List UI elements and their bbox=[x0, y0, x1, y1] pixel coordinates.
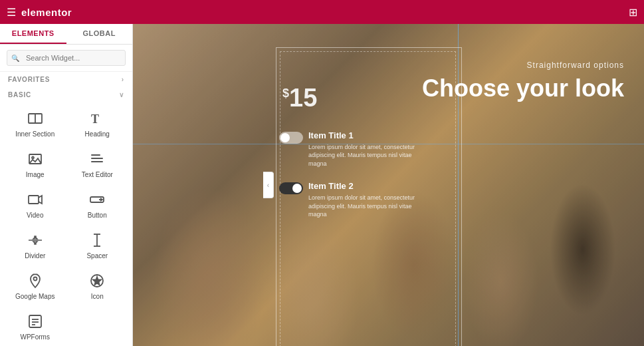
svg-point-4 bbox=[32, 157, 34, 159]
heading-icon: T bbox=[89, 109, 105, 128]
favorites-section-header[interactable]: FAVORITES › bbox=[0, 72, 132, 87]
elementor-logo: elementor bbox=[21, 7, 72, 18]
widget-wpforms[interactable]: WPForms bbox=[4, 305, 66, 346]
google-maps-label: Google Maps bbox=[15, 293, 54, 300]
inner-section-label: Inner Section bbox=[15, 130, 54, 138]
text-editor-label: Text Editor bbox=[82, 171, 113, 178]
widget-google-maps[interactable]: Google Maps bbox=[4, 265, 66, 305]
basic-section-header[interactable]: BASIC ∨ bbox=[0, 87, 132, 102]
svg-marker-19 bbox=[93, 277, 101, 285]
price-currency: $ bbox=[282, 86, 289, 100]
favorites-chevron: › bbox=[122, 76, 124, 83]
widget-button[interactable]: Button bbox=[66, 184, 129, 224]
lorem-text-2: Lorem ipsum dolor sit amet, consectetur … bbox=[308, 194, 428, 219]
hamburger-icon[interactable]: ☰ bbox=[7, 6, 16, 19]
widget-icon[interactable]: Icon bbox=[66, 265, 129, 305]
tab-elements[interactable]: ELEMENTS bbox=[0, 24, 66, 44]
favorites-label: FAVORITES bbox=[8, 76, 50, 83]
spacer-label: Spacer bbox=[86, 252, 108, 260]
button-label: Button bbox=[88, 212, 107, 219]
sidebar-tabs: ELEMENTS GLOBAL bbox=[0, 24, 132, 45]
toggle-knob-1 bbox=[280, 133, 290, 142]
text-editor-icon bbox=[89, 150, 105, 168]
toggle-text-1: Item Title 1 Lorem ipsum dolor sit amet,… bbox=[308, 130, 428, 168]
basic-label: BASIC bbox=[8, 91, 31, 98]
widget-spacer[interactable]: Spacer bbox=[66, 224, 129, 265]
svg-rect-5 bbox=[91, 154, 100, 156]
svg-marker-12 bbox=[33, 236, 37, 239]
button-icon bbox=[89, 190, 105, 209]
canvas-area[interactable]: Straightforward options Choose your look… bbox=[133, 24, 644, 346]
widget-video[interactable]: Video bbox=[4, 184, 66, 224]
toggle-knob-2 bbox=[292, 184, 302, 193]
canvas-subtitle: Straightforward options bbox=[527, 61, 624, 70]
widget-text-editor[interactable]: Text Editor bbox=[66, 143, 129, 184]
widget-grid: Inner Section T Heading bbox=[0, 102, 132, 346]
svg-rect-7 bbox=[91, 161, 103, 162]
price-display: $15 bbox=[282, 84, 317, 112]
svg-text:T: T bbox=[91, 112, 99, 126]
svg-rect-6 bbox=[91, 158, 103, 159]
item-title-1: Item Title 1 bbox=[308, 130, 428, 141]
divider-label: Divider bbox=[25, 252, 45, 260]
wpforms-label: WPForms bbox=[21, 333, 50, 341]
item-title-2: Item Title 2 bbox=[308, 181, 428, 192]
video-label: Video bbox=[27, 212, 43, 219]
sidebar-toggle-arrow[interactable]: ‹ bbox=[263, 172, 274, 198]
toggle-text-2: Item Title 2 Lorem ipsum dolor sit amet,… bbox=[308, 181, 428, 218]
svg-rect-8 bbox=[29, 196, 39, 204]
search-input[interactable] bbox=[7, 50, 126, 66]
main-layout: ELEMENTS GLOBAL FAVORITES › BASIC ∨ bbox=[0, 24, 644, 346]
toggle-item-1: Item Title 1 Lorem ipsum dolor sit amet,… bbox=[279, 130, 455, 168]
sidebar-search bbox=[0, 45, 132, 72]
spacer-icon bbox=[89, 231, 105, 250]
toggle-switch-1[interactable] bbox=[279, 132, 303, 144]
image-icon bbox=[27, 150, 43, 168]
video-icon bbox=[27, 190, 43, 209]
google-maps-icon bbox=[27, 271, 43, 290]
apps-icon[interactable]: ⊞ bbox=[629, 6, 637, 19]
image-label: Image bbox=[26, 171, 45, 178]
canvas-background: Straightforward options Choose your look… bbox=[133, 24, 644, 346]
divider-icon bbox=[27, 231, 43, 250]
toggle-items-container: Item Title 1 Lorem ipsum dolor sit amet,… bbox=[279, 130, 455, 232]
icon-widget-icon bbox=[89, 271, 105, 290]
widget-inner-section[interactable]: Inner Section bbox=[4, 102, 66, 143]
heading-label: Heading bbox=[85, 130, 110, 138]
widget-heading[interactable]: T Heading bbox=[66, 102, 129, 143]
top-bar: ☰ elementor ⊞ bbox=[0, 0, 644, 24]
lorem-text-1: Lorem ipsum dolor sit amet, consectetur … bbox=[308, 143, 428, 168]
svg-marker-13 bbox=[33, 242, 37, 244]
price-value: 15 bbox=[289, 84, 317, 112]
widget-image[interactable]: Image bbox=[4, 143, 66, 184]
wpforms-icon bbox=[27, 312, 43, 331]
svg-point-17 bbox=[33, 277, 37, 281]
icon-label: Icon bbox=[91, 293, 104, 300]
inner-section-icon bbox=[27, 109, 43, 128]
widget-divider[interactable]: Divider bbox=[4, 224, 66, 265]
tab-global[interactable]: GLOBAL bbox=[66, 24, 133, 44]
toggle-item-2: Item Title 2 Lorem ipsum dolor sit amet,… bbox=[279, 181, 455, 218]
basic-chevron: ∨ bbox=[119, 91, 124, 98]
svg-rect-20 bbox=[29, 315, 41, 327]
toggle-switch-2[interactable] bbox=[279, 182, 303, 194]
sidebar: ELEMENTS GLOBAL FAVORITES › BASIC ∨ bbox=[0, 24, 133, 346]
